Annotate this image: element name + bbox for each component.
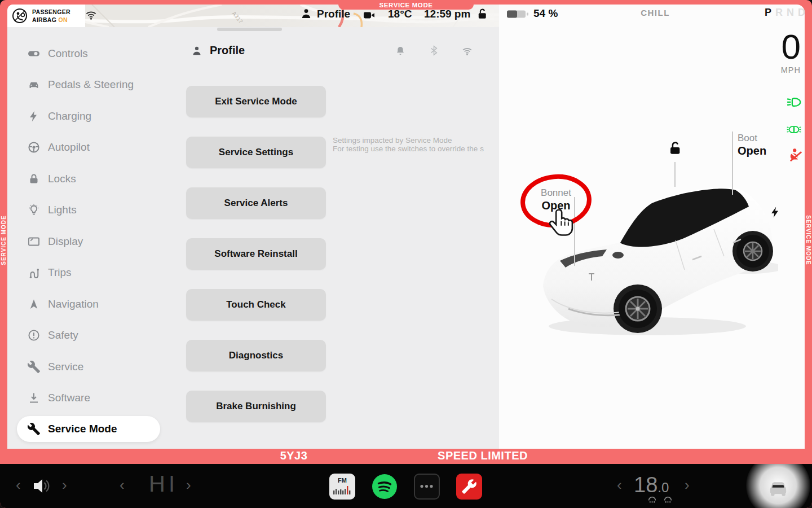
car-icon [27,78,41,91]
alert-circle-icon [27,329,41,342]
ellipsis-icon [415,475,438,498]
profile-label[interactable]: Profile [317,8,350,20]
fan-down-chevron[interactable]: ‹ [120,478,125,492]
diagnostics-button[interactable]: Diagnostics [186,340,326,371]
sidebar-item-service-mode[interactable]: Service Mode [17,416,160,442]
sidebar-item-label: Autopilot [48,141,90,154]
volume-down-chevron[interactable]: ‹ [16,478,21,492]
fan-level[interactable]: HI [140,471,187,497]
airbag-label-line2: AIRBAG ON [32,16,68,23]
sidebar-item-locks[interactable]: Locks [17,166,160,192]
climate-temperature[interactable]: 18.0 [634,473,669,497]
sidebar-item-controls[interactable]: Controls [17,41,160,67]
sidebar-item-navigation[interactable]: Navigation [17,291,160,317]
lightbulb-icon [27,203,41,217]
profile-icon [191,45,203,57]
sidebar-item-service[interactable]: Service [17,354,160,380]
profile-icon[interactable] [299,7,313,20]
boot-leader-line [732,132,733,195]
seat-vent-right-icon [663,496,673,504]
route-icon [27,266,41,279]
speed-limited-warning: SPEED LIMITED [412,449,553,462]
service-settings-note-line1: Settings impacted by Service Mode [333,136,498,144]
airbag-icon [12,8,28,24]
tesla-touchscreen: A317 PASSENGER AIRBAG ON Profile 18°C 12… [0,0,812,508]
bottom-dock: ‹ › ‹ HI › FM [0,464,812,508]
battery-percent: 54 % [533,7,558,20]
wifi-icon[interactable] [85,8,98,21]
airbag-state: ON [58,16,67,23]
wrench-icon [27,360,41,374]
gear-reverse: R [775,7,783,18]
service-app[interactable] [456,474,482,500]
sidebar-item-label: Service Mode [48,423,117,435]
charge-port-icon [769,205,782,219]
sidebar-item-label: Navigation [48,298,99,310]
display-icon [27,235,41,248]
airbag-label-line1: PASSENGER [32,8,70,15]
temp-up-chevron[interactable]: › [685,478,690,492]
sidebar-item-display[interactable]: Display [17,229,160,255]
boot-label: Boot [738,133,757,144]
service-mode-banner-right: SERVICE MODE [805,210,812,270]
sidebar-item-label: Safety [48,329,78,341]
camera-icon[interactable] [361,8,377,22]
sidebar-item-charging[interactable]: Charging [17,103,160,129]
sidebar-item-safety[interactable]: Safety [17,322,160,348]
steering-wheel-icon [27,141,41,154]
service-alerts-button[interactable]: Service Alerts [186,187,326,219]
service-mode-banner-top: SERVICE MODE [338,0,474,10]
brake-burnishing-button[interactable]: Brake Burnishing [186,391,326,422]
clock: 12:59 pm [424,8,470,20]
gear-indicator: PRND [765,7,805,19]
bell-icon[interactable] [395,45,406,56]
volume-icon[interactable] [32,478,51,494]
outside-temperature[interactable]: 18°C [388,8,412,20]
unlock-icon [667,140,683,156]
sidebar-item-label: Software [48,392,90,404]
sidebar-item-label: Locks [48,173,76,185]
spotify-app[interactable] [372,474,398,500]
service-mode-banner-left: SERVICE MODE [0,210,7,270]
exit-service-mode-button[interactable]: Exit Service Mode [186,86,326,117]
boot-state: Open [738,144,766,157]
speed-unit: MPH [756,65,801,75]
wifi-icon[interactable] [461,45,473,57]
sidebar-item-label: Display [48,235,83,248]
fm-radio-app[interactable]: FM [329,474,355,500]
gear-park: P [765,7,771,18]
sidebar-item-label: Trips [48,266,72,279]
vehicle-controls-button[interactable] [765,476,791,499]
fan-up-chevron[interactable]: › [186,478,191,492]
bluetooth-icon[interactable] [428,45,440,56]
sidebar-item-label: Lights [48,204,77,216]
unlock-icon[interactable] [476,7,489,20]
fm-radio-bars [329,484,355,496]
software-reinstall-button[interactable]: Software Reinstall [186,238,326,270]
sidebar-item-label: Charging [48,110,91,122]
sidebar-item-autopilot[interactable]: Autopilot [17,134,160,160]
service-mode-bottom-banner: 5YJ3 SPEED LIMITED [0,449,812,464]
hand-cursor [549,208,575,240]
sidebar-item-software[interactable]: Software [17,385,160,411]
wrench-icon [461,479,477,494]
more-apps-button[interactable] [414,474,440,500]
volume-up-chevron[interactable]: › [62,478,67,492]
download-icon [27,391,41,405]
temp-down-chevron[interactable]: ‹ [617,478,622,492]
drag-handle[interactable] [217,28,282,31]
sidebar-item-label: Service [48,361,83,373]
sidebar-item-pedals-steering[interactable]: Pedals & Steering [17,72,160,98]
sidebar-item-lights[interactable]: Lights [17,197,160,223]
toggle-icon [27,47,41,60]
lock-icon [27,172,41,186]
service-settings-button[interactable]: Service Settings [186,137,326,168]
touch-check-button[interactable]: Touch Check [186,289,326,321]
wrench-icon [27,422,41,436]
sidebar-item-trips[interactable]: Trips [17,260,160,286]
seat-vent-left-icon [647,496,657,504]
speedometer-value: 0 [756,29,801,64]
passenger-airbag-status: PASSENGER AIRBAG ON [7,5,85,27]
fog-light-icon [784,122,804,137]
drive-mode-label: CHILL [621,8,689,17]
